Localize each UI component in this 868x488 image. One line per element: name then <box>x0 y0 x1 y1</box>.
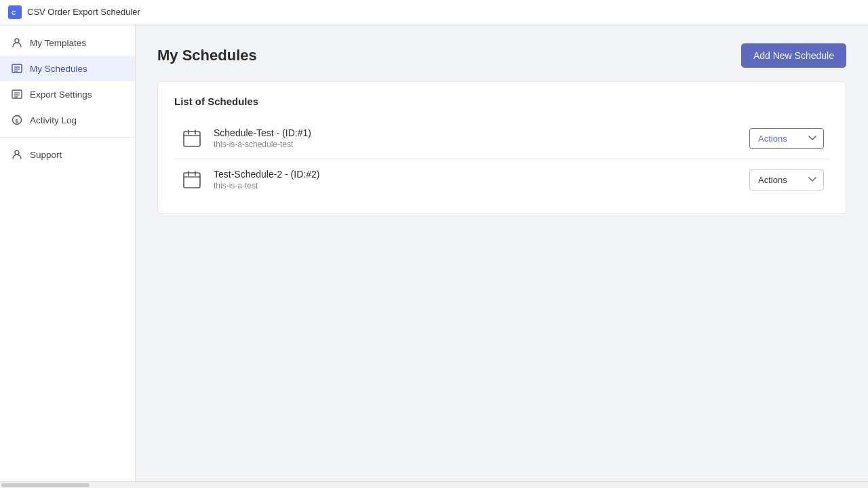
person-icon-support <box>11 148 23 161</box>
actions-dropdown-2[interactable]: Actions Edit Delete Run Now <box>749 169 824 190</box>
bottom-scrollbar[interactable] <box>0 481 868 488</box>
calendar-icon-2 <box>180 167 204 192</box>
schedule-name-1: Schedule-Test - (ID:#1) <box>214 127 740 138</box>
person-icon <box>11 37 23 49</box>
svg-rect-18 <box>184 173 200 188</box>
list-icon-schedules <box>11 62 23 75</box>
calendar-icon-1 <box>180 126 204 150</box>
svg-rect-14 <box>184 131 200 146</box>
schedules-card: List of Schedules Schedule-Test - (ID:#1… <box>157 81 846 214</box>
svg-point-13 <box>15 150 19 155</box>
sidebar-item-label: Export Settings <box>30 89 92 100</box>
sidebar-item-support[interactable]: Support <box>0 142 135 167</box>
sidebar-divider <box>0 137 135 138</box>
scrollbar-thumb <box>1 483 90 487</box>
sidebar-item-export-settings[interactable]: Export Settings <box>0 81 135 107</box>
schedule-info-2: Test-Schedule-2 - (ID:#2) this-is-a-test <box>214 169 740 190</box>
app-icon: C <box>8 5 22 19</box>
page-title: My Schedules <box>157 47 257 64</box>
sidebar-item-label: Support <box>30 150 62 160</box>
svg-point-2 <box>15 39 19 43</box>
app-title: CSV Order Export Scheduler <box>27 7 140 17</box>
page-header: My Schedules Add New Schedule <box>157 43 846 68</box>
sidebar-item-activity-log[interactable]: $ Activity Log <box>0 107 135 133</box>
schedule-sub-2: this-is-a-test <box>214 181 740 190</box>
card-title: List of Schedules <box>174 96 829 107</box>
sidebar-item-my-schedules[interactable]: My Schedules <box>0 56 135 81</box>
schedule-name-2: Test-Schedule-2 - (ID:#2) <box>214 169 740 180</box>
dollar-icon: $ <box>11 114 23 126</box>
svg-text:$: $ <box>16 118 19 124</box>
sidebar-item-label: My Templates <box>30 38 86 48</box>
sidebar-item-label: Activity Log <box>30 115 77 125</box>
sidebar-item-label: My Schedules <box>30 64 87 74</box>
sidebar: My Templates My Schedules <box>0 24 136 481</box>
main-content: My Schedules Add New Schedule List of Sc… <box>136 24 868 481</box>
svg-text:C: C <box>12 9 16 16</box>
actions-dropdown-1[interactable]: Actions Edit Delete Run Now <box>749 128 824 149</box>
add-new-schedule-button[interactable]: Add New Schedule <box>741 43 846 68</box>
list-icon-export <box>11 88 23 100</box>
table-row: Schedule-Test - (ID:#1) this-is-a-schedu… <box>174 118 829 159</box>
table-row: Test-Schedule-2 - (ID:#2) this-is-a-test… <box>174 159 829 200</box>
schedule-sub-1: this-is-a-schedule-test <box>214 140 740 149</box>
topbar: C CSV Order Export Scheduler <box>0 0 868 24</box>
sidebar-item-my-templates[interactable]: My Templates <box>0 30 135 56</box>
layout: My Templates My Schedules <box>0 24 868 481</box>
schedule-info-1: Schedule-Test - (ID:#1) this-is-a-schedu… <box>214 127 740 149</box>
